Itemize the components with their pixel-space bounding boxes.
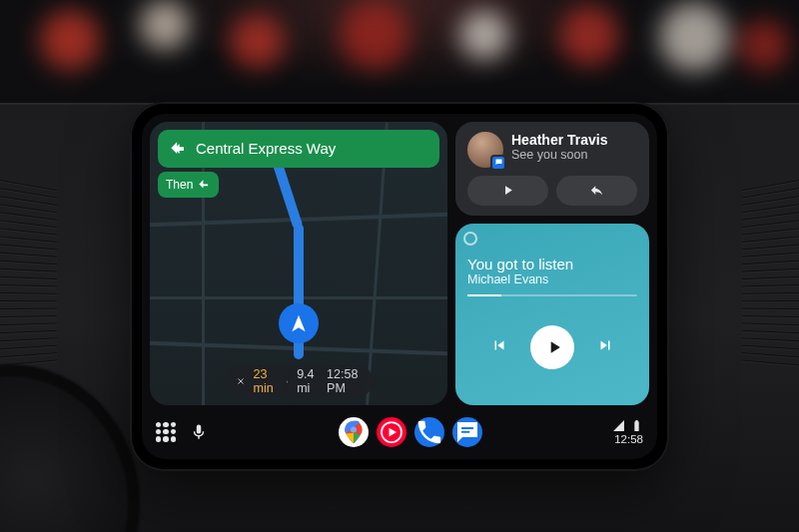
reply-icon xyxy=(589,183,604,198)
current-location-marker xyxy=(279,303,319,343)
media-card: You got to listen Michael Evans xyxy=(455,224,649,405)
media-progress[interactable] xyxy=(467,294,637,296)
play-icon xyxy=(500,183,515,198)
then-label: Then xyxy=(166,178,193,192)
trip-distance: 9.4 mi xyxy=(297,367,319,395)
message-preview: See you soon xyxy=(511,148,608,162)
trip-duration: 23 min xyxy=(254,367,278,395)
sender-name: Heather Travis xyxy=(511,132,608,148)
battery-icon xyxy=(630,419,643,432)
messages-app-button[interactable] xyxy=(452,417,482,447)
app-launcher-button[interactable] xyxy=(156,422,176,442)
messages-app-badge-icon xyxy=(490,155,506,171)
turn-left-icon xyxy=(197,178,211,192)
maps-app-button[interactable] xyxy=(339,417,369,447)
trip-info-bar: 23 min · 9.4 mi 12:58 PM xyxy=(225,365,374,397)
sender-avatar xyxy=(467,132,503,168)
status-clock: 12:58 xyxy=(614,433,643,445)
previous-track-button[interactable] xyxy=(490,336,508,358)
skip-previous-icon xyxy=(490,336,508,354)
microphone-button[interactable] xyxy=(190,423,208,441)
youtube-music-app-button[interactable] xyxy=(377,417,406,447)
play-icon xyxy=(544,337,564,357)
screen: Central Express Way Then 23 min · 9.4 mi… xyxy=(142,114,657,459)
navigation-card[interactable]: Central Express Way Then 23 min · 9.4 mi… xyxy=(150,122,447,405)
reply-button[interactable] xyxy=(556,176,637,206)
system-bar: 12:58 xyxy=(150,413,649,451)
infotainment-device: Central Express Way Then 23 min · 9.4 mi… xyxy=(130,102,669,471)
next-direction-pill[interactable]: Then xyxy=(158,172,219,198)
media-source-icon xyxy=(463,232,477,246)
close-trip-icon[interactable] xyxy=(237,374,246,388)
direction-banner[interactable]: Central Express Way xyxy=(158,130,439,168)
media-artist: Michael Evans xyxy=(467,272,637,286)
message-card: Heather Travis See you soon xyxy=(455,122,649,216)
skip-next-icon xyxy=(596,336,614,354)
svg-point-1 xyxy=(351,426,357,432)
phone-app-button[interactable] xyxy=(414,417,444,447)
next-track-button[interactable] xyxy=(596,336,614,358)
trip-arrival: 12:58 PM xyxy=(327,367,361,395)
svg-rect-3 xyxy=(460,427,473,429)
play-pause-button[interactable] xyxy=(530,325,574,369)
media-title: You got to listen xyxy=(467,256,637,272)
svg-rect-4 xyxy=(460,430,469,432)
turn-left-icon xyxy=(168,139,188,159)
direction-street: Central Express Way xyxy=(196,140,336,157)
cell-signal-icon xyxy=(612,419,625,432)
play-message-button[interactable] xyxy=(467,176,548,206)
